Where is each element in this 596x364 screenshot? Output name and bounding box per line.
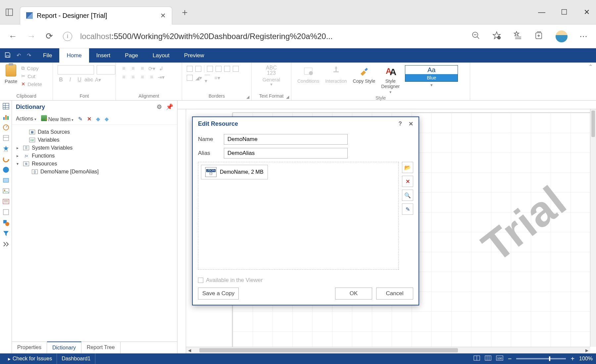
italic-button[interactable]: I bbox=[67, 76, 74, 83]
border-bottom-button[interactable] bbox=[233, 66, 239, 72]
font-size-select[interactable] bbox=[97, 65, 115, 74]
zoom-slider[interactable] bbox=[516, 358, 566, 359]
tree-resources[interactable]: ▾⧉Resources bbox=[17, 160, 173, 168]
style-gallery-more[interactable]: ▼ bbox=[403, 83, 460, 87]
ok-button[interactable]: OK bbox=[335, 288, 372, 299]
dict-edit-icon[interactable]: ✎ bbox=[78, 116, 82, 122]
shadow-button[interactable] bbox=[187, 75, 193, 81]
undo-button[interactable]: ↶ bbox=[17, 52, 21, 59]
copy-button[interactable]: ⧉Copy bbox=[21, 65, 42, 71]
back-button[interactable]: ← bbox=[9, 31, 17, 41]
border-style-button[interactable]: ≡▾ bbox=[214, 74, 221, 81]
open-resource-button[interactable]: 📂 bbox=[402, 162, 413, 173]
browser-tab[interactable]: Report - Designer [Trial] ✕ bbox=[20, 7, 172, 24]
tree-data-sources[interactable]: ▦Data Sources bbox=[17, 128, 173, 136]
forward-button[interactable]: → bbox=[27, 31, 36, 41]
save-copy-button[interactable]: Save a Copy bbox=[198, 288, 239, 299]
zoom-in-button[interactable]: + bbox=[571, 355, 574, 363]
tab-layout[interactable]: Layout bbox=[145, 48, 177, 63]
font-family-select[interactable] bbox=[58, 65, 94, 74]
view-mode-1-icon[interactable] bbox=[473, 355, 480, 362]
remove-resource-button[interactable]: ✕ bbox=[402, 176, 413, 187]
wrap-button[interactable]: ↲ bbox=[158, 65, 164, 72]
align-bottom-button[interactable]: ≡ bbox=[139, 65, 146, 72]
scroll-right-icon[interactable]: ▶ bbox=[583, 347, 590, 353]
tree-functions[interactable]: ▸ƒxFunctions bbox=[17, 152, 173, 160]
tree-resource-demoname[interactable]: {}DemoName [DemoAlias] bbox=[17, 168, 173, 176]
borders-launcher-icon[interactable]: ◢ bbox=[246, 95, 249, 99]
tool-chart-icon[interactable] bbox=[2, 113, 10, 120]
view-mode-3-icon[interactable]: 100 bbox=[496, 355, 503, 362]
tool-shape-icon[interactable] bbox=[2, 219, 10, 226]
align-justify-button[interactable]: ≡ bbox=[148, 74, 155, 80]
actions-dropdown[interactable]: Actions bbox=[16, 116, 36, 122]
dialog-close-button[interactable]: ✕ bbox=[409, 120, 413, 127]
tool-regionmap-icon[interactable] bbox=[2, 166, 10, 173]
close-tab-button[interactable]: ✕ bbox=[160, 12, 166, 20]
tool-panel-icon[interactable] bbox=[2, 208, 10, 216]
align-left-button[interactable]: ≡ bbox=[121, 74, 127, 80]
fill-color-button[interactable]: ◢▾ bbox=[195, 74, 202, 81]
zoom-out-icon[interactable] bbox=[472, 31, 480, 42]
indent-button[interactable]: ⇥▾ bbox=[158, 74, 164, 80]
dict-delete-icon[interactable]: ✕ bbox=[87, 116, 91, 122]
status-dashboard[interactable]: Dashboard1 bbox=[57, 353, 95, 364]
delete-button[interactable]: ✕Delete bbox=[21, 81, 42, 87]
border-none-button[interactable] bbox=[195, 66, 201, 72]
tree-variables[interactable]: varVariables bbox=[17, 136, 173, 144]
site-info-icon[interactable]: i bbox=[63, 32, 72, 41]
textformat-launcher-icon[interactable]: ◢ bbox=[286, 95, 289, 99]
copy-style-button[interactable]: Copy Style bbox=[353, 65, 375, 84]
profile-avatar[interactable] bbox=[556, 30, 568, 42]
name-input[interactable] bbox=[224, 134, 348, 145]
paste-button[interactable]: Paste bbox=[5, 78, 17, 84]
underline-button[interactable]: U bbox=[76, 76, 83, 83]
edit-resource-button[interactable]: ✎ bbox=[402, 204, 413, 215]
tab-preview[interactable]: Preview bbox=[177, 48, 211, 63]
redo-button[interactable]: ↷ bbox=[27, 52, 31, 59]
tab-page[interactable]: Page bbox=[118, 48, 145, 63]
conditions-button[interactable]: Conditions bbox=[297, 65, 319, 84]
tab-overview-button[interactable] bbox=[3, 6, 16, 19]
dict-settings-icon[interactable]: ⚙ bbox=[157, 103, 162, 111]
align-center-button[interactable]: ≡ bbox=[130, 74, 136, 80]
dict-down-icon[interactable]: ◆ bbox=[105, 116, 109, 122]
cancel-button[interactable]: Cancel bbox=[376, 288, 413, 299]
interaction-button[interactable]: Interaction bbox=[325, 65, 347, 84]
tab-file[interactable]: File bbox=[36, 48, 59, 63]
tool-image-icon[interactable] bbox=[2, 187, 10, 195]
resource-drop-zone[interactable]: JSON{ } DemoName, 2 MB bbox=[198, 162, 399, 270]
vertical-scrollbar[interactable] bbox=[590, 109, 596, 347]
zoom-out-button[interactable]: − bbox=[508, 355, 512, 363]
maximize-button[interactable]: ☐ bbox=[558, 8, 571, 17]
available-viewer-checkbox[interactable] bbox=[198, 278, 203, 283]
tab-insert[interactable]: Insert bbox=[89, 48, 118, 63]
tool-filter-icon[interactable] bbox=[2, 230, 10, 237]
tool-onlinemap-icon[interactable] bbox=[2, 177, 10, 184]
alias-input[interactable] bbox=[224, 148, 348, 159]
new-item-button[interactable]: New Item bbox=[41, 115, 74, 122]
ribbon-collapse-button[interactable]: ⌃ bbox=[588, 64, 593, 98]
view-mode-2-icon[interactable] bbox=[485, 355, 491, 362]
strike-button[interactable]: abc bbox=[85, 76, 92, 83]
tool-text-icon[interactable] bbox=[2, 198, 10, 205]
style-swatch[interactable]: Aa Blue bbox=[405, 65, 458, 82]
tool-table-icon[interactable] bbox=[2, 103, 10, 110]
collections-button[interactable] bbox=[534, 31, 544, 42]
border-all-button[interactable] bbox=[187, 66, 193, 72]
bold-button[interactable]: B bbox=[58, 76, 64, 83]
border-right-button[interactable] bbox=[224, 66, 230, 72]
dict-up-icon[interactable]: ◆ bbox=[96, 116, 100, 122]
border-left-button[interactable] bbox=[207, 66, 213, 72]
panel-tab-dictionary[interactable]: Dictionary bbox=[47, 341, 81, 353]
resource-chip[interactable]: JSON{ } DemoName, 2 MB bbox=[201, 165, 268, 179]
text-format-button[interactable]: ABC123 General ▼ bbox=[254, 64, 288, 93]
panel-tab-properties[interactable]: Properties bbox=[12, 342, 47, 353]
tree-system-variables[interactable]: ▸☰System Variables bbox=[17, 144, 173, 152]
minimize-button[interactable]: — bbox=[535, 8, 548, 17]
tool-gauge-icon[interactable] bbox=[2, 124, 10, 131]
font-color-button[interactable]: A▾ bbox=[95, 76, 101, 83]
border-top-button[interactable] bbox=[216, 66, 222, 72]
close-window-button[interactable]: ✕ bbox=[580, 8, 593, 17]
tool-star-icon[interactable]: 100 bbox=[2, 145, 10, 152]
